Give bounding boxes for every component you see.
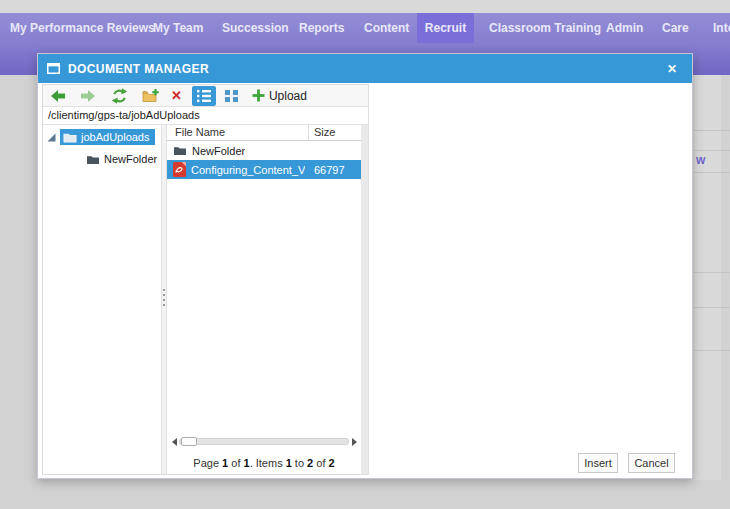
new-folder-icon[interactable]: [142, 89, 159, 103]
pager-status: Page 1 of 1. Items 1 to 2 of 2: [167, 457, 361, 469]
nav-item-content[interactable]: Content: [364, 13, 409, 43]
background-row-divider: [694, 350, 730, 351]
file-list-header: File Name Size: [167, 125, 361, 141]
scroll-right-icon[interactable]: [349, 435, 359, 448]
pdf-file-icon: [173, 162, 186, 177]
tree-node-child-label: NewFolder: [104, 153, 157, 165]
dialog-content: ✕: [38, 83, 692, 478]
address-bar[interactable]: /clientimg/gps-ta/jobAdUploads: [43, 107, 368, 125]
file-row-newfolder[interactable]: NewFolder: [167, 141, 361, 160]
background-row-divider: [694, 272, 730, 273]
browser-chrome-strip: [0, 0, 730, 13]
nav-item-succession[interactable]: Succession: [222, 13, 289, 43]
background-row-divider: [694, 130, 730, 131]
refresh-icon[interactable]: [111, 88, 128, 104]
folder-tree: jobAdUploads NewFolder: [43, 125, 161, 474]
file-manager: ✕: [42, 84, 369, 475]
list-view-button-active[interactable]: [192, 86, 216, 106]
background-row-divider: [694, 150, 730, 151]
nav-item-my-team[interactable]: My Team: [153, 13, 203, 43]
background-row-divider: [694, 307, 730, 308]
vertical-scroll-strip[interactable]: [361, 125, 368, 474]
splitter-grip-icon: [163, 289, 165, 306]
file-row-name: Configuring_Content_Vendo: [191, 164, 305, 176]
dialog-titlebar[interactable]: DOCUMENT MANAGER ✕: [38, 54, 692, 83]
column-divider: [308, 125, 309, 141]
nav-item-integrations-clipped[interactable]: Inte: [713, 13, 730, 43]
tree-node-root[interactable]: jobAdUploads: [43, 128, 161, 146]
file-manager-toolbar: ✕: [43, 85, 368, 107]
scrollbar-thumb[interactable]: [181, 437, 197, 446]
file-row-name: NewFolder: [192, 145, 245, 157]
nav-item-my-performance-reviews[interactable]: My Performance Reviews: [10, 13, 155, 43]
scrollbar-track[interactable]: [179, 438, 349, 445]
file-list-panel: File Name Size NewFolder: [167, 125, 361, 474]
scroll-left-icon[interactable]: [169, 435, 179, 448]
folder-icon: [86, 154, 100, 165]
nav-item-recruit-active[interactable]: Recruit: [417, 13, 474, 43]
window-icon: [47, 63, 60, 74]
document-manager-dialog: DOCUMENT MANAGER ✕: [37, 53, 693, 479]
folder-icon: [63, 132, 77, 143]
thumbnails-view-button[interactable]: [220, 86, 244, 106]
upload-plus-icon[interactable]: [252, 89, 265, 102]
insert-button[interactable]: Insert: [578, 453, 618, 473]
upload-button[interactable]: Upload: [269, 89, 307, 103]
background-table-column: [694, 75, 721, 480]
delete-icon[interactable]: ✕: [171, 88, 182, 103]
background-row-divider: [694, 172, 730, 173]
close-icon[interactable]: ✕: [663, 54, 681, 83]
tree-expander-icon[interactable]: [47, 133, 56, 142]
dialog-title: DOCUMENT MANAGER: [68, 62, 209, 76]
cancel-button[interactable]: Cancel: [628, 453, 675, 473]
nav-item-admin[interactable]: Admin: [606, 13, 643, 43]
tree-node-root-label[interactable]: jobAdUploads: [60, 129, 155, 145]
background-partial-link: w: [696, 153, 705, 167]
nav-item-reports[interactable]: Reports: [299, 13, 344, 43]
back-icon[interactable]: [51, 90, 65, 102]
horizontal-scrollbar[interactable]: [169, 435, 359, 448]
app-screen: My Performance Reviews My Team Successio…: [0, 0, 730, 509]
file-manager-body: jobAdUploads NewFolder File Nam: [43, 125, 368, 474]
column-header-size[interactable]: Size: [314, 126, 335, 138]
file-row-pdf-selected[interactable]: Configuring_Content_Vendo 66797: [167, 160, 361, 179]
column-header-file-name[interactable]: File Name: [175, 126, 225, 138]
file-row-size: 66797: [314, 164, 345, 176]
forward-icon[interactable]: [81, 90, 95, 102]
nav-item-care[interactable]: Care: [662, 13, 689, 43]
folder-icon: [173, 145, 187, 156]
nav-item-classroom-training[interactable]: Classroom Training: [489, 13, 601, 43]
tree-node-child[interactable]: NewFolder: [86, 150, 161, 168]
